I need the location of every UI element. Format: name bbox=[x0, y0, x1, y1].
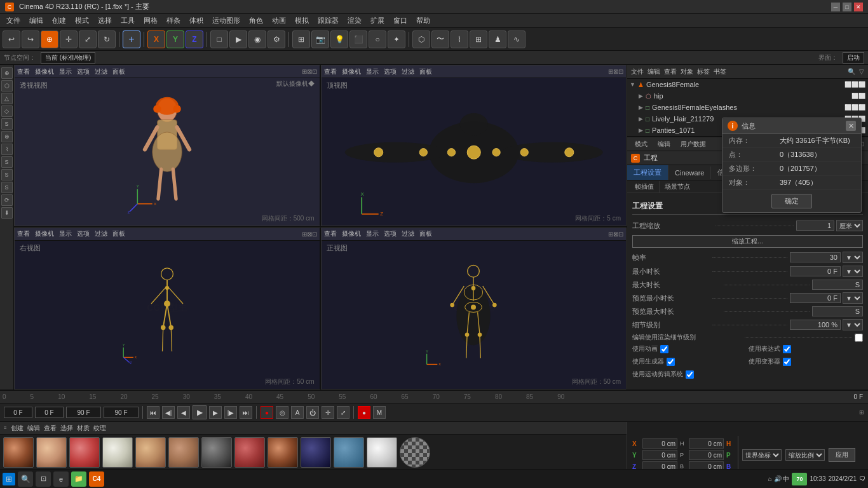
menu-help[interactable]: 帮助 bbox=[412, 15, 434, 27]
mintime-dropdown[interactable]: ▼ bbox=[843, 266, 863, 277]
scene-item-eyelashes[interactable]: ▶ □ Genesis8FemaleEyelashes ⬜⬜⬜ bbox=[636, 102, 868, 113]
sidebar-tool-3[interactable]: △ bbox=[1, 93, 13, 104]
vp-top-look[interactable]: 查看 bbox=[324, 67, 337, 76]
axis-y-btn[interactable]: Y bbox=[166, 30, 184, 48]
current-frame-input[interactable] bbox=[4, 407, 32, 418]
prevmax-input[interactable] bbox=[812, 306, 863, 316]
coord-y-pos[interactable] bbox=[642, 450, 677, 460]
end-frame-input[interactable] bbox=[66, 407, 101, 418]
keyframe-btn[interactable]: ◎ bbox=[276, 406, 288, 419]
gen-check[interactable] bbox=[667, 358, 675, 366]
scale-project-btn[interactable]: 缩放工程... bbox=[632, 235, 863, 248]
scene-file-menu[interactable]: 文件 bbox=[631, 67, 644, 76]
menu-select[interactable]: 选择 bbox=[94, 15, 116, 27]
render-btn[interactable]: ◉ bbox=[248, 30, 266, 48]
viewport-perspective[interactable]: 查看 摄像机 显示 选项 过滤 面板 ⊞⊠⊡ 透视视图 默认摄像机◆ CG模型主 bbox=[14, 65, 321, 226]
viewport-front[interactable]: 查看 摄像机 显示 选项 过滤 面板 ⊞⊠⊡ 正视图 CG模型主 bbox=[321, 227, 627, 390]
scene-item-hip[interactable]: ▶ ⬡ hip ⬜⬜ bbox=[636, 90, 868, 102]
renderdetail-check[interactable] bbox=[855, 334, 863, 342]
anim-check[interactable] bbox=[660, 345, 668, 353]
node-space-value[interactable]: 当前 (标准/物理) bbox=[41, 52, 95, 64]
menu-character[interactable]: 角色 bbox=[245, 15, 267, 27]
render-preview-btn[interactable]: ▶ bbox=[229, 30, 247, 48]
deform-btn[interactable]: ⌇ bbox=[451, 30, 468, 48]
live-select-btn[interactable]: ⊕ bbox=[41, 30, 58, 48]
mat-tex-menu[interactable]: 纹理 bbox=[93, 424, 106, 433]
taskbar-search-btn[interactable]: 🔍 bbox=[18, 471, 33, 487]
mat-edit-menu[interactable]: 编辑 bbox=[27, 424, 40, 433]
menu-tools[interactable]: 工具 bbox=[117, 15, 139, 27]
vp-front-look[interactable]: 查看 bbox=[324, 229, 337, 238]
subtab-frame-interp[interactable]: 帧插值 bbox=[630, 181, 660, 193]
prevmin-dropdown[interactable]: ▼ bbox=[843, 292, 863, 304]
start-btn[interactable]: ⊞ bbox=[3, 473, 15, 485]
close-button[interactable]: ✕ bbox=[854, 3, 863, 11]
vp-right-cam[interactable]: 摄像机 bbox=[35, 229, 54, 238]
taskbar-edge-btn[interactable]: e bbox=[53, 471, 69, 487]
vp-persp-select[interactable]: 选项 bbox=[77, 67, 90, 76]
vp-top-select[interactable]: 选项 bbox=[384, 67, 397, 76]
props-edit-tab[interactable]: 编辑 bbox=[654, 139, 674, 150]
power-btn[interactable]: ⏻ bbox=[306, 406, 319, 419]
sidebar-tool-7[interactable]: ⌇ bbox=[1, 144, 13, 155]
scene-look-menu[interactable]: 查看 bbox=[664, 67, 677, 76]
subtab-scene-nodes[interactable]: 场景节点 bbox=[660, 181, 695, 193]
scene-obj-menu[interactable]: 对象 bbox=[681, 67, 693, 76]
deform-check[interactable] bbox=[783, 358, 791, 366]
char-btn[interactable]: ♟ bbox=[489, 30, 506, 48]
poly-btn[interactable]: ⬡ bbox=[412, 30, 430, 48]
menu-window[interactable]: 窗口 bbox=[390, 15, 411, 27]
scene-search-icon[interactable]: 🔍 bbox=[848, 68, 855, 75]
props-userdata-tab[interactable]: 用户数据 bbox=[677, 139, 710, 150]
fx-btn[interactable]: ✦ bbox=[388, 30, 405, 48]
sidebar-tool-8[interactable]: S bbox=[1, 156, 13, 168]
vp-top-display[interactable]: 显示 bbox=[366, 67, 379, 76]
menu-mograph[interactable]: 运动图形 bbox=[208, 15, 244, 27]
move-btn[interactable]: ✛ bbox=[60, 30, 78, 48]
start-frame-input[interactable] bbox=[35, 407, 64, 418]
menu-create[interactable]: 创建 bbox=[48, 15, 70, 27]
mat-mat-menu[interactable]: 材质 bbox=[77, 424, 90, 433]
record-btn[interactable]: ● bbox=[358, 406, 370, 419]
viewport-top[interactable]: 查看 摄像机 显示 选项 过滤 面板 ⊞⊠⊡ 顶视图 CG模型主 bbox=[321, 65, 627, 226]
prevmin-input[interactable] bbox=[790, 293, 841, 303]
menu-simulate[interactable]: 模拟 bbox=[291, 15, 313, 27]
scale-unit-select[interactable]: 厘米 bbox=[836, 220, 863, 231]
mat-create-menu[interactable]: 创建 bbox=[11, 424, 24, 433]
sidebar-tool-9[interactable]: S bbox=[1, 169, 13, 180]
spline-btn[interactable]: 〜 bbox=[431, 30, 449, 48]
menu-render[interactable]: 渲染 bbox=[344, 15, 365, 27]
sidebar-tool-10[interactable]: S bbox=[1, 182, 13, 193]
taskbar-taskview-btn[interactable]: ⊡ bbox=[36, 471, 51, 487]
detail-dropdown[interactable]: ▼ bbox=[843, 319, 863, 330]
detail-input[interactable] bbox=[790, 320, 841, 330]
render-settings-btn[interactable]: ⚙ bbox=[268, 30, 285, 48]
skip-start-btn[interactable]: ⏮ bbox=[147, 406, 159, 419]
vp-persp-panel[interactable]: 面板 bbox=[112, 67, 125, 76]
expr-check[interactable] bbox=[783, 345, 791, 353]
sidebar-tool-11[interactable]: ⟳ bbox=[1, 194, 13, 206]
scene-filter-icon[interactable]: ▽ bbox=[859, 68, 864, 75]
scale-ratio-select[interactable]: 缩放比例 bbox=[785, 449, 825, 461]
notification-btn[interactable]: 🗨 bbox=[859, 475, 865, 482]
coord-y-size[interactable] bbox=[689, 450, 724, 460]
scale-input[interactable] bbox=[796, 220, 834, 231]
mintime-input[interactable] bbox=[790, 266, 841, 276]
vp-top-filter[interactable]: 过滤 bbox=[402, 67, 414, 76]
sidebar-tool-5[interactable]: S bbox=[1, 118, 13, 130]
menu-volume[interactable]: 体积 bbox=[186, 15, 207, 27]
play-btn[interactable]: ▶ bbox=[193, 405, 207, 419]
viewport-right[interactable]: 查看 摄像机 显示 选项 过滤 面板 ⊞⊠⊡ 右视图 CG模型主 bbox=[14, 227, 321, 390]
info-confirm-btn[interactable]: 确定 bbox=[771, 194, 812, 208]
vp-top-cam[interactable]: 摄像机 bbox=[342, 67, 361, 76]
sky-btn[interactable]: ○ bbox=[369, 30, 386, 48]
scale-btn[interactable]: ⤢ bbox=[79, 30, 97, 48]
menu-tracker[interactable]: 跟踪器 bbox=[314, 15, 342, 27]
menu-mesh[interactable]: 网格 bbox=[140, 15, 161, 27]
menu-spline[interactable]: 样条 bbox=[163, 15, 184, 27]
snap-btn[interactable]: ⊞ bbox=[292, 30, 310, 48]
coord-x-pos[interactable] bbox=[642, 438, 677, 449]
tab-project-settings[interactable]: 工程设置 bbox=[627, 165, 668, 180]
scene-item-genesis[interactable]: ▼ ♟ Genesis8Female ⬜⬜⬜ bbox=[627, 79, 868, 90]
vp-persp-filter[interactable]: 过滤 bbox=[95, 67, 107, 76]
